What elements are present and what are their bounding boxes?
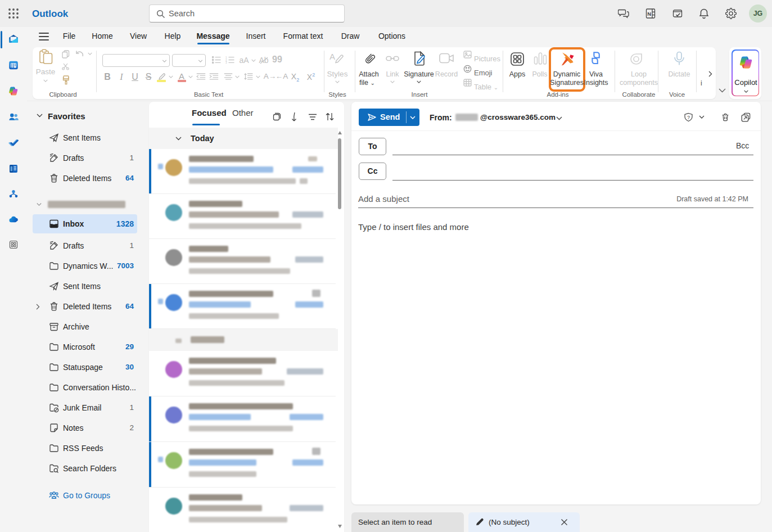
svg-text:3: 3 <box>225 61 227 64</box>
svg-text:N: N <box>647 11 651 17</box>
svg-text:A: A <box>329 52 335 61</box>
svg-text:?: ? <box>687 115 690 120</box>
